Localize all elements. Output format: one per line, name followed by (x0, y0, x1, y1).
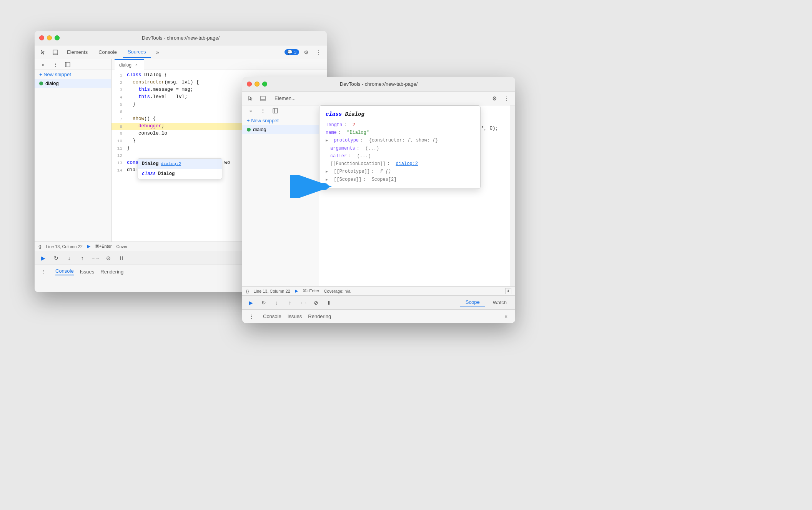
close-button-2[interactable] (247, 82, 252, 87)
autocomplete-popup[interactable]: Dialog dialog:2 class Dialog (138, 158, 222, 179)
pause-btn[interactable]: ⏸ (116, 253, 127, 263)
console-tab-1[interactable]: Console (55, 268, 74, 275)
close-panel-icon[interactable]: × (501, 311, 511, 322)
close-tab-icon[interactable]: × (134, 62, 139, 68)
bottom-bar-2: ⋮ Console Issues Rendering × (242, 309, 515, 323)
ac-item-2[interactable]: class Dialog (138, 169, 222, 179)
arrow-container (290, 175, 336, 200)
step-btn-2[interactable]: →→ (298, 297, 308, 308)
scrollbar-area[interactable] (510, 105, 515, 286)
more-options-icon[interactable]: ⋮ (313, 47, 324, 58)
maximize-button-2[interactable] (262, 82, 267, 87)
chat-badge[interactable]: 💬 3 (285, 49, 299, 55)
step-into-btn[interactable]: ↓ (64, 253, 75, 263)
file-name-label: dialog (45, 80, 59, 86)
settings-icon[interactable]: ⚙ (301, 47, 311, 58)
tab-sources[interactable]: Sources (123, 47, 151, 58)
more-options-icon-2[interactable]: ⋮ (501, 93, 512, 104)
sidebar-panel-icon[interactable] (62, 59, 73, 70)
dialog-file-item-2[interactable]: dialog (242, 125, 319, 134)
more-tabs-icon[interactable]: » (152, 47, 163, 58)
devtools-toolbar-1: Elements Console Sources » 💬 3 ⚙ ⋮ (35, 45, 327, 59)
tab-elements-2[interactable]: Elemen... (270, 93, 300, 104)
resume-btn[interactable]: ▶ (38, 253, 48, 263)
run-icon-2[interactable]: ▶ (295, 288, 298, 293)
title-bar-1: DevTools - chrome://new-tab-page/ (35, 31, 327, 45)
scope-row-proto2: ▶ [[Prototype]]: f () (326, 168, 474, 176)
step-over-btn-2[interactable]: ↻ (258, 297, 269, 308)
traffic-lights-2 (247, 82, 267, 87)
console-tab-2[interactable]: Console (263, 313, 281, 319)
window-title-2: DevTools - chrome://new-tab-page/ (340, 81, 418, 87)
sidebar-toolbar-2: » ⋮ (242, 105, 319, 116)
cursor-icon[interactable] (38, 47, 48, 58)
issues-tab-1[interactable]: Issues (80, 269, 95, 275)
tab-elements[interactable]: Elements (62, 47, 92, 58)
minimize-button-2[interactable] (255, 82, 260, 87)
rendering-tab-1[interactable]: Rendering (100, 269, 123, 275)
braces-icon[interactable]: {} (38, 244, 41, 249)
new-snippet-label: + New snippet (39, 72, 71, 77)
scope-title: class Dialog (326, 110, 474, 118)
chat-icon: 💬 (287, 50, 293, 55)
braces-icon-2[interactable]: {} (246, 289, 249, 293)
window-title-1: DevTools - chrome://new-tab-page/ (142, 35, 220, 41)
run-icon[interactable]: ▶ (87, 244, 90, 249)
drawer-icon-2[interactable] (258, 93, 268, 104)
dialog-file-item[interactable]: dialog (35, 79, 111, 88)
ac-item-1[interactable]: Dialog dialog:2 (138, 159, 222, 169)
debug-toolbar-2: ▶ ↻ ↓ ↑ →→ ⊘ ⏸ Scope Watch (242, 295, 515, 309)
scroll-down-btn[interactable]: ⬇ (505, 288, 511, 294)
scope-row-caller: caller: (...) (326, 152, 474, 160)
pause-btn-2[interactable]: ⏸ (324, 297, 334, 308)
status-bar-2: {} Line 13, Column 22 ▶ ⌘+Enter Coverage… (242, 286, 515, 295)
settings-icon-2[interactable]: ⚙ (489, 93, 500, 104)
scope-row-scopes: ▶ [[Scopes]]: Scopes[2] (326, 176, 474, 184)
deactivate-btn[interactable]: ⊘ (103, 253, 114, 263)
position-label: Line 13, Column 22 (46, 244, 82, 249)
devtools-window-2: DevTools - chrome://new-tab-page/ Elemen… (242, 77, 515, 323)
watch-tab-2[interactable]: Watch (488, 298, 512, 307)
new-snippet-btn[interactable]: + New snippet (35, 70, 111, 79)
drawer-icon[interactable] (50, 47, 61, 58)
position-label-2: Line 13, Column 22 (253, 289, 290, 293)
svg-rect-5 (261, 96, 265, 101)
scope-row-length: length: 2 (326, 121, 474, 129)
sources-panel-2: » ⋮ + New snippet dialog (242, 105, 515, 286)
coverage-label-2: Coverage: n/a (324, 289, 350, 293)
close-button-1[interactable] (39, 35, 44, 40)
deactivate-btn-2[interactable]: ⊘ (311, 297, 321, 308)
step-out-btn[interactable]: ↑ (77, 253, 88, 263)
coverage-label: Cover (116, 244, 127, 249)
bottom-more-icon-2[interactable]: ⋮ (246, 311, 257, 322)
bottom-more-icon[interactable]: ⋮ (38, 267, 49, 277)
file-name-label-2: dialog (253, 127, 266, 132)
sidebar-dots-icon-2[interactable]: ⋮ (258, 105, 268, 116)
step-over-btn[interactable]: ↻ (51, 253, 62, 263)
scope-tab-2[interactable]: Scope (460, 298, 485, 307)
sidebar-panel-icon-2[interactable] (270, 105, 281, 116)
sidebar-dots-icon[interactable]: ⋮ (50, 59, 61, 70)
tab-console[interactable]: Console (94, 47, 121, 58)
step-into-btn-2[interactable]: ↓ (271, 297, 282, 308)
rendering-tab-2[interactable]: Rendering (308, 313, 331, 319)
issues-tab-2[interactable]: Issues (288, 313, 302, 319)
scope-row-prototype: ▶ prototype: {constructor: f, show: f} (326, 137, 474, 145)
sidebar-more-icon-2[interactable]: » (245, 105, 256, 116)
sidebar-toolbar-1: » ⋮ (35, 59, 111, 70)
scope-panel: class Dialog length: 2 name: "Dialog" ▶ … (319, 105, 481, 189)
title-bar-2: DevTools - chrome://new-tab-page/ (242, 77, 515, 92)
scope-row-name: name: "Dialog" (326, 129, 474, 137)
run-shortcut-2: ⌘+Enter (303, 288, 319, 293)
new-snippet-btn-2[interactable]: + New snippet (242, 116, 319, 125)
minimize-button-1[interactable] (47, 35, 52, 40)
devtools-toolbar-2: Elemen... ⚙ ⋮ (242, 92, 515, 105)
cursor-icon-2[interactable] (245, 93, 256, 104)
step-btn[interactable]: →→ (90, 253, 101, 263)
resume-btn-2[interactable]: ▶ (245, 297, 256, 308)
svg-rect-0 (53, 50, 58, 55)
sidebar-more-icon[interactable]: » (38, 59, 48, 70)
code-tab-dialog[interactable]: dialog × (115, 59, 144, 70)
maximize-button-1[interactable] (55, 35, 60, 40)
step-out-btn-2[interactable]: ↑ (285, 297, 295, 308)
